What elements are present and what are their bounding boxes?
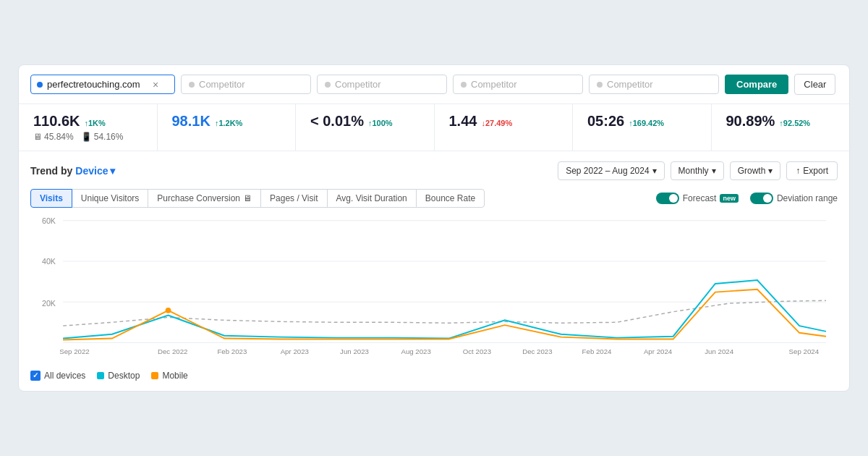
- export-label: Export: [803, 166, 828, 176]
- trend-title: Trend by Device ▾: [30, 165, 115, 177]
- legend-desktop[interactable]: Desktop: [97, 371, 140, 381]
- competitor-input-4[interactable]: Competitor: [589, 75, 719, 94]
- competitor-placeholder-2: Competitor: [335, 79, 381, 90]
- clear-button[interactable]: Clear: [794, 74, 835, 95]
- svg-text:40K: 40K: [42, 257, 56, 266]
- export-button[interactable]: ↑ Export: [786, 161, 838, 180]
- tabs-row: Visits Unique Visitors Purchase Conversi…: [30, 189, 838, 208]
- metric-pages-value: 1.44: [449, 113, 477, 130]
- date-range-label: Sep 2022 – Aug 2024: [566, 166, 649, 176]
- competitor-input-1[interactable]: Competitor: [181, 75, 311, 94]
- date-range-button[interactable]: Sep 2022 – Aug 2024 ▾: [558, 161, 664, 180]
- competitor-dot-3: [461, 82, 467, 88]
- deviation-toggle-wrap: Deviation range: [750, 193, 838, 204]
- svg-text:Apr 2024: Apr 2024: [644, 347, 673, 355]
- competitor-dot-1: [189, 82, 195, 88]
- tabs-left: Visits Unique Visitors Purchase Conversi…: [30, 189, 485, 208]
- metric-visits-value: 110.6K: [33, 113, 80, 130]
- metric-unique-value: 98.1K: [172, 113, 210, 130]
- chevron-down-icon-3: ▾: [712, 166, 716, 176]
- main-card: × Competitor Competitor Competitor Compe…: [18, 64, 850, 392]
- deviation-toggle[interactable]: [750, 193, 773, 204]
- trend-header: Trend by Device ▾ Sep 2022 – Aug 2024 ▾ …: [30, 161, 838, 180]
- tab-unique-visitors[interactable]: Unique Visitors: [72, 189, 148, 208]
- device-filter-button[interactable]: Device ▾: [75, 165, 114, 177]
- deviation-label: Deviation range: [777, 193, 838, 203]
- chevron-down-icon: ▾: [110, 165, 115, 177]
- svg-point-7: [166, 308, 171, 313]
- svg-text:20K: 20K: [42, 299, 56, 308]
- metric-duration-value: 05:26: [587, 113, 624, 130]
- svg-text:Sep 2024: Sep 2024: [789, 347, 820, 355]
- metric-duration: 05:26 ↑169.42%: [573, 104, 712, 151]
- svg-text:Apr 2023: Apr 2023: [281, 347, 309, 355]
- metric-conversion-badge: ↑100%: [368, 119, 393, 127]
- legend-all-devices[interactable]: All devices: [30, 371, 85, 381]
- svg-text:Jun 2023: Jun 2023: [340, 347, 369, 355]
- new-badge: new: [720, 194, 739, 203]
- forecast-toggle-wrap: Forecast new: [656, 193, 739, 204]
- metric-duration-badge: ↑169.42%: [629, 119, 664, 127]
- device-label: Device: [75, 165, 108, 177]
- svg-text:Dec 2023: Dec 2023: [522, 347, 552, 355]
- legend-desktop-label: Desktop: [108, 371, 140, 381]
- monthly-button[interactable]: Monthly ▾: [671, 161, 724, 180]
- forecast-label: Forecast: [683, 193, 717, 203]
- svg-text:Dec 2022: Dec 2022: [158, 347, 187, 355]
- tab-bounce-rate[interactable]: Bounce Rate: [416, 189, 485, 208]
- chevron-down-icon-2: ▾: [652, 166, 657, 176]
- svg-text:Oct 2023: Oct 2023: [463, 347, 491, 355]
- metric-visits-badge: ↑1K%: [85, 119, 106, 127]
- metric-conversion: < 0.01% ↑100%: [296, 104, 435, 151]
- metric-bounce-value: 90.89%: [726, 113, 775, 130]
- chevron-down-icon-4: ▾: [768, 166, 773, 176]
- legend-all-devices-label: All devices: [44, 371, 85, 381]
- legend-mobile-label: Mobile: [162, 371, 187, 381]
- competitor-input-2[interactable]: Competitor: [317, 75, 447, 94]
- trend-section: Trend by Device ▾ Sep 2022 – Aug 2024 ▾ …: [19, 151, 849, 363]
- growth-label: Growth: [738, 166, 766, 176]
- metric-bounce-badge: ↑92.52%: [779, 119, 810, 127]
- metric-pages: 1.44 ↓27.49%: [435, 104, 574, 151]
- trend-controls: Sep 2022 – Aug 2024 ▾ Monthly ▾ Growth ▾…: [558, 161, 838, 180]
- svg-text:60K: 60K: [42, 216, 56, 225]
- domain-dot: [37, 82, 43, 88]
- chart-svg: 60K 40K 20K Sep 2022 Dec 2022: [42, 214, 826, 361]
- metric-bounce: 90.89% ↑92.52%: [712, 104, 850, 151]
- metric-visits-desktop: 🖥 45.84%: [33, 132, 74, 142]
- svg-text:Feb 2024: Feb 2024: [582, 347, 613, 355]
- svg-text:Aug 2023: Aug 2023: [401, 347, 430, 355]
- tab-pages-visit[interactable]: Pages / Visit: [260, 189, 327, 208]
- competitor-placeholder-4: Competitor: [607, 79, 653, 90]
- trend-by-label: Trend by: [30, 165, 72, 177]
- metric-unique-badge: ↑1.2K%: [215, 119, 243, 127]
- competitor-placeholder-3: Competitor: [471, 79, 517, 90]
- competitor-dot-2: [325, 82, 331, 88]
- competitor-input-3[interactable]: Competitor: [453, 75, 583, 94]
- metric-conversion-value: < 0.01%: [310, 113, 364, 130]
- chart-area: 60K 40K 20K Sep 2022 Dec 2022: [30, 214, 838, 363]
- tab-visits[interactable]: Visits: [30, 189, 72, 208]
- search-bar-row: × Competitor Competitor Competitor Compe…: [19, 65, 849, 104]
- competitor-placeholder-1: Competitor: [199, 79, 245, 90]
- export-icon: ↑: [796, 166, 800, 176]
- all-devices-check: [30, 371, 41, 381]
- competitor-dot-4: [597, 82, 603, 88]
- compare-button[interactable]: Compare: [725, 75, 788, 94]
- metric-visits: 110.6K ↑1K% 🖥 45.84% 📱 54.16%: [19, 104, 158, 151]
- metric-visits-mobile: 📱 54.16%: [81, 132, 124, 142]
- growth-button[interactable]: Growth ▾: [730, 161, 781, 180]
- legend-mobile[interactable]: Mobile: [151, 371, 187, 381]
- domain-input-wrap[interactable]: ×: [30, 75, 175, 94]
- metric-pages-badge: ↓27.49%: [481, 119, 512, 127]
- desktop-icon: 🖥: [243, 193, 252, 203]
- svg-text:Feb 2023: Feb 2023: [217, 347, 247, 355]
- domain-input[interactable]: [47, 79, 148, 90]
- tab-purchase-conversion[interactable]: Purchase Conversion 🖥: [148, 189, 261, 208]
- forecast-toggle[interactable]: [656, 193, 679, 204]
- monthly-label: Monthly: [678, 166, 709, 176]
- svg-text:Sep 2022: Sep 2022: [59, 347, 89, 355]
- mobile-legend-dot: [151, 372, 158, 379]
- tab-avg-duration[interactable]: Avg. Visit Duration: [327, 189, 417, 208]
- close-icon[interactable]: ×: [153, 80, 158, 90]
